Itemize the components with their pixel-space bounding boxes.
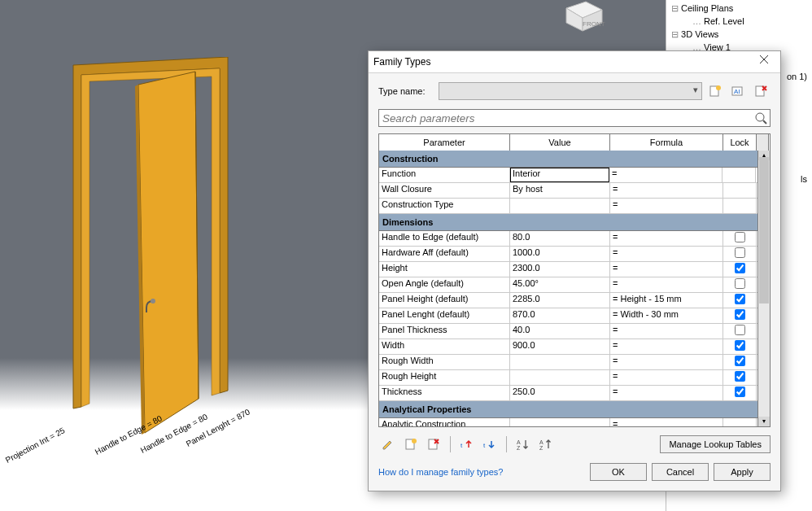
svg-marker-2 xyxy=(138,72,199,433)
grid-header: Parameter Value Formula Lock xyxy=(379,134,770,151)
row-consttype[interactable]: Construction Type= xyxy=(379,199,770,214)
sort-asc-icon[interactable]: AZ xyxy=(513,435,533,454)
row-width[interactable]: Width900.0= xyxy=(379,339,770,355)
row-panellength[interactable]: Panel Lenght (default)870.0= Width - 30 … xyxy=(379,308,770,324)
delete-param-icon[interactable] xyxy=(424,435,443,454)
lock-checkbox[interactable] xyxy=(735,278,745,289)
svg-text:A: A xyxy=(539,439,544,445)
lock-checkbox[interactable] xyxy=(735,356,745,366)
scroll-thumb[interactable] xyxy=(759,157,769,304)
lock-checkbox[interactable] xyxy=(735,263,745,273)
row-height[interactable]: Height2300.0= xyxy=(379,262,770,277)
svg-text:A: A xyxy=(517,439,521,445)
svg-point-13 xyxy=(716,85,721,90)
row-thickness[interactable]: Thickness250.0= xyxy=(379,386,770,401)
group-construction[interactable]: Construction⌵ xyxy=(379,151,770,168)
tree-ref-level[interactable]: … Ref. Level xyxy=(671,15,807,28)
header-parameter[interactable]: Parameter xyxy=(379,134,510,151)
new-param-icon[interactable] xyxy=(401,435,421,454)
row-panelthick[interactable]: Panel Thickness40.0= xyxy=(379,324,770,339)
tree-label: Ref. Level xyxy=(704,16,744,26)
chevron-down-icon: ▾ xyxy=(693,85,698,95)
close-button[interactable] xyxy=(753,55,775,69)
rename-type-icon[interactable]: AI xyxy=(728,81,748,101)
door-3d-model xyxy=(57,57,334,439)
row-handleedge[interactable]: Handle to Edge (default)80.0= xyxy=(379,231,770,247)
viewcube[interactable]: FRONT xyxy=(558,0,607,34)
lock-checkbox[interactable] xyxy=(735,232,745,242)
svg-point-5 xyxy=(151,299,155,304)
lock-checkbox[interactable] xyxy=(735,387,745,397)
svg-text:Z: Z xyxy=(539,445,544,451)
dialog-title: Family Types xyxy=(373,56,430,68)
parameter-grid: Parameter Value Formula Lock Constructio… xyxy=(378,133,771,427)
typename-label: Type name: xyxy=(378,86,435,96)
svg-text:AI: AI xyxy=(734,88,740,95)
tree-label: 3D Views xyxy=(681,29,718,39)
row-roughwidth[interactable]: Rough Width= xyxy=(379,355,770,370)
ok-button[interactable]: OK xyxy=(590,463,647,481)
sort-desc-icon[interactable]: AZ xyxy=(536,435,556,454)
apply-button[interactable]: Apply xyxy=(714,463,771,481)
row-function[interactable]: FunctionInterior= xyxy=(379,168,770,183)
tree-ceiling-plans[interactable]: ⊟ Ceiling Plans xyxy=(671,2,807,15)
move-up-icon[interactable]: t xyxy=(457,435,477,454)
lock-checkbox[interactable] xyxy=(735,325,745,335)
help-link[interactable]: How do I manage family types? xyxy=(378,467,503,477)
lock-checkbox[interactable] xyxy=(735,371,745,382)
move-down-icon[interactable]: t xyxy=(480,435,500,454)
lock-checkbox[interactable] xyxy=(735,309,745,320)
group-analytical[interactable]: Analytical Properties⌵ xyxy=(379,401,770,418)
row-wallclosure[interactable]: Wall ClosureBy host= xyxy=(379,183,770,199)
edit-param-icon[interactable] xyxy=(378,435,398,454)
header-lock[interactable]: Lock xyxy=(723,134,757,151)
header-scroll-corner xyxy=(757,134,769,151)
lock-checkbox[interactable] xyxy=(735,294,745,304)
new-type-icon[interactable] xyxy=(705,81,725,101)
manage-lookup-button[interactable]: Manage Lookup Tables xyxy=(660,435,771,453)
svg-point-19 xyxy=(756,113,764,121)
tree-label: Ceiling Plans xyxy=(681,3,733,13)
vertical-scrollbar[interactable]: ▴ ▾ xyxy=(757,151,770,426)
row-openangle[interactable]: Open Angle (default)45.00°= xyxy=(379,277,770,293)
svg-point-22 xyxy=(412,439,417,443)
svg-text:t: t xyxy=(461,442,463,449)
search-input[interactable] xyxy=(378,109,771,127)
type-select[interactable]: ▾ xyxy=(439,82,702,100)
svg-text:t: t xyxy=(483,442,486,449)
scroll-down-icon[interactable]: ▾ xyxy=(758,417,770,426)
svg-text:FRONT: FRONT xyxy=(583,20,605,28)
grid-body: Construction⌵ FunctionInterior= Wall Clo… xyxy=(379,151,770,426)
group-dimensions[interactable]: Dimensions⌵ xyxy=(379,214,770,231)
delete-type-icon[interactable] xyxy=(751,81,771,101)
row-panelheight[interactable]: Panel Height (default)2285.0= Height - 1… xyxy=(379,293,770,308)
svg-text:Z: Z xyxy=(517,445,521,451)
titlebar[interactable]: Family Types xyxy=(369,51,780,73)
lock-checkbox[interactable] xyxy=(735,340,745,351)
row-hardware[interactable]: Hardware Aff (default)1000.0= xyxy=(379,247,770,262)
tree-3d-views[interactable]: ⊟ 3D Views xyxy=(671,28,807,41)
row-anacon[interactable]: Analytic Construction= xyxy=(379,418,770,426)
header-formula[interactable]: Formula xyxy=(610,134,723,151)
search-icon xyxy=(754,111,767,126)
header-value[interactable]: Value xyxy=(510,134,610,151)
cancel-button[interactable]: Cancel xyxy=(652,463,709,481)
svg-line-20 xyxy=(763,120,766,124)
family-types-dialog: Family Types Type name: ▾ AI Parameter V… xyxy=(368,50,781,491)
lock-checkbox[interactable] xyxy=(735,247,745,258)
row-roughheight[interactable]: Rough Height= xyxy=(379,370,770,386)
